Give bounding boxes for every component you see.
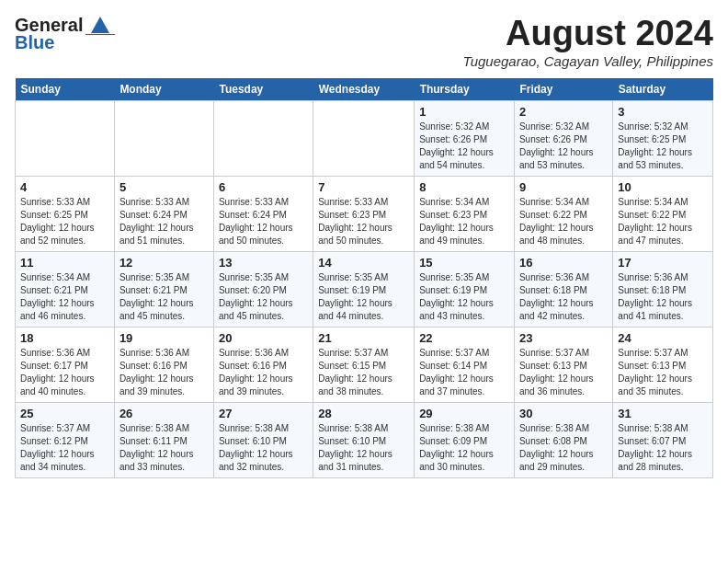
- day-info: Sunrise: 5:38 AM Sunset: 6:10 PM Dayligh…: [219, 422, 308, 474]
- col-wednesday: Wednesday: [313, 78, 415, 101]
- calendar-cell: 11Sunrise: 5:34 AM Sunset: 6:21 PM Dayli…: [16, 251, 115, 327]
- col-tuesday: Tuesday: [213, 78, 313, 101]
- calendar-cell: 14Sunrise: 5:35 AM Sunset: 6:19 PM Dayli…: [313, 251, 415, 327]
- page-header: General Blue August 2024 Tuguegarao, Cag…: [15, 15, 713, 69]
- calendar-cell: [313, 100, 415, 176]
- day-number: 10: [618, 180, 708, 194]
- calendar-cell: 2Sunrise: 5:32 AM Sunset: 6:26 PM Daylig…: [514, 100, 612, 176]
- logo-icon: [85, 15, 115, 35]
- col-sunday: Sunday: [16, 78, 115, 101]
- day-info: Sunrise: 5:37 AM Sunset: 6:12 PM Dayligh…: [20, 422, 109, 474]
- col-monday: Monday: [114, 78, 213, 101]
- calendar-cell: 24Sunrise: 5:37 AM Sunset: 6:13 PM Dayli…: [613, 327, 713, 402]
- calendar-cell: 12Sunrise: 5:35 AM Sunset: 6:21 PM Dayli…: [114, 251, 213, 327]
- col-friday: Friday: [514, 78, 612, 101]
- calendar-cell: [213, 100, 313, 176]
- day-info: Sunrise: 5:38 AM Sunset: 6:10 PM Dayligh…: [318, 422, 409, 474]
- calendar-week-row: 11Sunrise: 5:34 AM Sunset: 6:21 PM Dayli…: [16, 251, 713, 327]
- day-number: 31: [618, 407, 708, 420]
- calendar-cell: 17Sunrise: 5:36 AM Sunset: 6:18 PM Dayli…: [613, 251, 713, 327]
- calendar-cell: [114, 100, 213, 176]
- day-info: Sunrise: 5:32 AM Sunset: 6:26 PM Dayligh…: [419, 121, 509, 172]
- day-info: Sunrise: 5:37 AM Sunset: 6:13 PM Dayligh…: [618, 347, 708, 398]
- day-number: 12: [119, 256, 209, 270]
- col-thursday: Thursday: [415, 78, 515, 101]
- day-number: 22: [419, 331, 509, 345]
- day-info: Sunrise: 5:35 AM Sunset: 6:19 PM Dayligh…: [419, 271, 509, 323]
- day-number: 15: [419, 256, 509, 270]
- day-number: 23: [519, 331, 608, 345]
- col-saturday: Saturday: [613, 78, 713, 101]
- day-info: Sunrise: 5:33 AM Sunset: 6:24 PM Dayligh…: [219, 196, 308, 247]
- day-number: 16: [519, 256, 608, 270]
- calendar-week-row: 25Sunrise: 5:37 AM Sunset: 6:12 PM Dayli…: [16, 402, 713, 477]
- day-number: 2: [519, 105, 608, 119]
- day-info: Sunrise: 5:34 AM Sunset: 6:22 PM Dayligh…: [519, 196, 608, 247]
- day-number: 7: [318, 180, 409, 194]
- day-number: 6: [219, 180, 308, 194]
- day-info: Sunrise: 5:34 AM Sunset: 6:22 PM Dayligh…: [618, 196, 708, 247]
- weekday-header-row: Sunday Monday Tuesday Wednesday Thursday…: [16, 78, 713, 101]
- calendar-cell: 28Sunrise: 5:38 AM Sunset: 6:10 PM Dayli…: [313, 402, 415, 477]
- calendar-cell: 19Sunrise: 5:36 AM Sunset: 6:16 PM Dayli…: [114, 327, 213, 402]
- day-number: 14: [318, 256, 409, 270]
- calendar-cell: 15Sunrise: 5:35 AM Sunset: 6:19 PM Dayli…: [415, 251, 515, 327]
- calendar-week-row: 4Sunrise: 5:33 AM Sunset: 6:25 PM Daylig…: [16, 176, 713, 251]
- calendar-cell: 16Sunrise: 5:36 AM Sunset: 6:18 PM Dayli…: [514, 251, 612, 327]
- calendar-cell: 25Sunrise: 5:37 AM Sunset: 6:12 PM Dayli…: [16, 402, 115, 477]
- day-info: Sunrise: 5:32 AM Sunset: 6:26 PM Dayligh…: [519, 121, 608, 172]
- calendar-cell: 13Sunrise: 5:35 AM Sunset: 6:20 PM Dayli…: [213, 251, 313, 327]
- calendar-cell: 9Sunrise: 5:34 AM Sunset: 6:22 PM Daylig…: [514, 176, 612, 251]
- title-area: August 2024 Tuguegarao, Cagayan Valley, …: [463, 15, 713, 69]
- day-info: Sunrise: 5:36 AM Sunset: 6:16 PM Dayligh…: [119, 347, 209, 398]
- day-number: 27: [219, 407, 308, 420]
- calendar-week-row: 1Sunrise: 5:32 AM Sunset: 6:26 PM Daylig…: [16, 100, 713, 176]
- day-number: 19: [119, 331, 209, 345]
- calendar-week-row: 18Sunrise: 5:36 AM Sunset: 6:17 PM Dayli…: [16, 327, 713, 402]
- day-info: Sunrise: 5:38 AM Sunset: 6:09 PM Dayligh…: [419, 422, 509, 474]
- day-number: 13: [219, 256, 308, 270]
- day-number: 4: [20, 180, 109, 194]
- day-info: Sunrise: 5:33 AM Sunset: 6:24 PM Dayligh…: [119, 196, 209, 247]
- calendar-cell: [16, 100, 115, 176]
- calendar-cell: 6Sunrise: 5:33 AM Sunset: 6:24 PM Daylig…: [213, 176, 313, 251]
- day-number: 3: [618, 105, 708, 119]
- day-info: Sunrise: 5:36 AM Sunset: 6:18 PM Dayligh…: [618, 271, 708, 323]
- calendar-cell: 31Sunrise: 5:38 AM Sunset: 6:07 PM Dayli…: [613, 402, 713, 477]
- svg-rect-1: [85, 34, 115, 35]
- calendar-cell: 21Sunrise: 5:37 AM Sunset: 6:15 PM Dayli…: [313, 327, 415, 402]
- day-info: Sunrise: 5:34 AM Sunset: 6:23 PM Dayligh…: [419, 196, 509, 247]
- day-info: Sunrise: 5:38 AM Sunset: 6:08 PM Dayligh…: [519, 422, 608, 474]
- month-year-title: August 2024: [463, 15, 713, 53]
- day-info: Sunrise: 5:35 AM Sunset: 6:19 PM Dayligh…: [318, 271, 409, 323]
- calendar-cell: 3Sunrise: 5:32 AM Sunset: 6:25 PM Daylig…: [613, 100, 713, 176]
- day-info: Sunrise: 5:36 AM Sunset: 6:17 PM Dayligh…: [20, 347, 109, 398]
- calendar-cell: 5Sunrise: 5:33 AM Sunset: 6:24 PM Daylig…: [114, 176, 213, 251]
- day-number: 28: [318, 407, 409, 420]
- logo-blue-text: Blue: [15, 32, 54, 53]
- calendar-cell: 27Sunrise: 5:38 AM Sunset: 6:10 PM Dayli…: [213, 402, 313, 477]
- day-info: Sunrise: 5:32 AM Sunset: 6:25 PM Dayligh…: [618, 121, 708, 172]
- day-number: 20: [219, 331, 308, 345]
- day-number: 18: [20, 331, 109, 345]
- calendar-cell: 23Sunrise: 5:37 AM Sunset: 6:13 PM Dayli…: [514, 327, 612, 402]
- day-number: 21: [318, 331, 409, 345]
- day-number: 9: [519, 180, 608, 194]
- day-info: Sunrise: 5:33 AM Sunset: 6:23 PM Dayligh…: [318, 196, 409, 247]
- day-number: 17: [618, 256, 708, 270]
- calendar-cell: 8Sunrise: 5:34 AM Sunset: 6:23 PM Daylig…: [415, 176, 515, 251]
- location-subtitle: Tuguegarao, Cagayan Valley, Philippines: [463, 53, 713, 69]
- day-number: 30: [519, 407, 608, 420]
- day-info: Sunrise: 5:38 AM Sunset: 6:07 PM Dayligh…: [618, 422, 708, 474]
- day-number: 26: [119, 407, 209, 420]
- calendar-cell: 4Sunrise: 5:33 AM Sunset: 6:25 PM Daylig…: [16, 176, 115, 251]
- day-info: Sunrise: 5:37 AM Sunset: 6:15 PM Dayligh…: [318, 347, 409, 398]
- day-number: 1: [419, 105, 509, 119]
- day-number: 24: [618, 331, 708, 345]
- day-info: Sunrise: 5:34 AM Sunset: 6:21 PM Dayligh…: [20, 271, 109, 323]
- calendar-cell: 22Sunrise: 5:37 AM Sunset: 6:14 PM Dayli…: [415, 327, 515, 402]
- day-number: 5: [119, 180, 209, 194]
- day-info: Sunrise: 5:37 AM Sunset: 6:14 PM Dayligh…: [419, 347, 509, 398]
- calendar-cell: 1Sunrise: 5:32 AM Sunset: 6:26 PM Daylig…: [415, 100, 515, 176]
- day-number: 29: [419, 407, 509, 420]
